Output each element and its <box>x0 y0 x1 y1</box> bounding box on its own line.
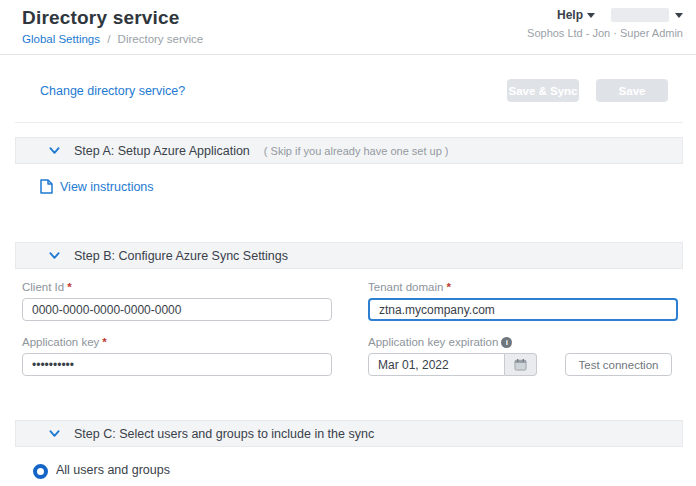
calendar-button[interactable] <box>505 353 537 376</box>
save-button[interactable]: Save <box>596 79 668 102</box>
step-a-title: Step A: Setup Azure Application <box>74 144 250 158</box>
save-button-group: Save & Sync Save <box>507 79 668 102</box>
application-key-label: Application key * <box>22 336 332 348</box>
test-connection-button[interactable]: Test connection <box>565 353 672 376</box>
page-header: Directory service Global Settings / Dire… <box>0 0 696 55</box>
chevron-down-icon <box>49 428 60 439</box>
radio-selected-icon[interactable] <box>33 464 48 479</box>
required-asterisk: * <box>102 336 106 348</box>
step-a-section: Step A: Setup Azure Application ( Skip i… <box>15 137 683 228</box>
step-a-body: View instructions <box>15 164 683 228</box>
document-icon <box>40 179 53 194</box>
step-b-title: Step B: Configure Azure Sync Settings <box>74 249 288 263</box>
breadcrumb-separator: / <box>107 33 110 45</box>
radio-all-users-and-groups[interactable]: All users and groups <box>33 463 683 479</box>
action-row: Change directory service? Save & Sync Sa… <box>0 55 696 122</box>
client-id-input[interactable] <box>22 298 332 321</box>
save-and-sync-button[interactable]: Save & Sync <box>507 79 579 102</box>
application-key-input[interactable] <box>22 353 332 376</box>
info-icon: i <box>501 337 512 348</box>
account-selector[interactable] <box>611 8 669 22</box>
divider <box>15 122 683 123</box>
step-c-title: Step C: Select users and groups to inclu… <box>74 427 374 441</box>
chevron-down-icon <box>49 145 60 156</box>
tenant-domain-input[interactable] <box>368 298 678 321</box>
breadcrumb-global-settings[interactable]: Global Settings <box>22 33 100 45</box>
help-label: Help <box>557 8 583 22</box>
client-id-field-group: Client Id * <box>22 281 332 321</box>
step-b-section: Step B: Configure Azure Sync Settings Cl… <box>15 242 683 406</box>
chevron-down-icon <box>49 250 60 261</box>
required-asterisk: * <box>446 281 450 293</box>
chevron-down-icon <box>587 13 595 18</box>
radio-label: All users and groups <box>56 463 170 477</box>
chevron-down-icon[interactable] <box>675 13 683 18</box>
change-directory-service-link[interactable]: Change directory service? <box>40 84 185 98</box>
step-b-header[interactable]: Step B: Configure Azure Sync Settings <box>15 242 683 269</box>
required-asterisk: * <box>67 281 71 293</box>
step-b-body: Client Id * Tenant domain * Application … <box>15 269 683 406</box>
step-a-header[interactable]: Step A: Setup Azure Application ( Skip i… <box>15 137 683 164</box>
calendar-icon <box>514 358 527 371</box>
step-c-header[interactable]: Step C: Select users and groups to inclu… <box>15 420 683 447</box>
account-info: Sophos Ltd - Jon · Super Admin <box>527 27 683 39</box>
expiration-date-input[interactable] <box>368 353 505 376</box>
tenant-domain-label: Tenant domain * <box>368 281 678 293</box>
application-key-field-group: Application key * <box>22 336 332 376</box>
tenant-domain-field-group: Tenant domain * <box>368 281 678 321</box>
breadcrumb-current: Directory service <box>118 33 204 45</box>
help-menu[interactable]: Help <box>557 8 595 22</box>
view-instructions-label: View instructions <box>60 180 154 194</box>
view-instructions-link[interactable]: View instructions <box>40 179 154 194</box>
step-c-section: Step C: Select users and groups to inclu… <box>15 420 683 486</box>
application-key-expiration-group: Application key expiration i Test connec… <box>368 336 678 376</box>
step-a-hint: ( Skip if you already have one set up ) <box>264 145 449 157</box>
application-key-expiration-label: Application key expiration i <box>368 336 678 348</box>
step-c-body: All users and groups Add users by group … <box>15 447 683 486</box>
client-id-label: Client Id * <box>22 281 332 293</box>
header-right: Help Sophos Ltd - Jon · Super Admin <box>527 8 683 39</box>
